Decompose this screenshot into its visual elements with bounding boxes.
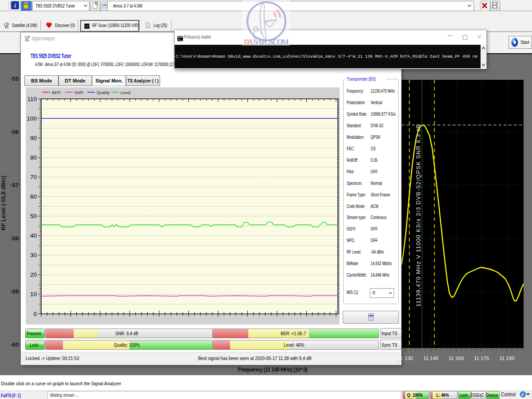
svg-text:11 145: 11 145 — [423, 356, 438, 361]
svg-text:Frequency (11 140 MHz) (10^3): Frequency (11 140 MHz) (10^3) — [238, 367, 308, 373]
svg-text:DX: DX — [244, 38, 254, 46]
svg-text:RF Level (-55,8 dBm): RF Level (-55,8 dBm) — [0, 176, 7, 231]
svg-text:SATCS.COM: SATCS.COM — [254, 38, 289, 46]
svg-text:90: 90 — [30, 135, 37, 141]
svg-text:-59: -59 — [10, 288, 19, 295]
svg-text:70: 70 — [30, 174, 37, 180]
svg-text:SNR: SNR — [74, 90, 83, 95]
svg-text:-55: -55 — [10, 75, 19, 82]
svg-text:100: 100 — [27, 115, 37, 122]
svg-text:-60: -60 — [10, 341, 19, 348]
svg-text:11 160: 11 160 — [449, 356, 464, 361]
svg-text:60: 60 — [30, 193, 37, 200]
svg-text:11 190: 11 190 — [499, 356, 514, 361]
svg-text:80: 80 — [30, 154, 37, 161]
svg-text:110: 110 — [27, 96, 37, 102]
svg-text:20: 20 — [30, 271, 37, 278]
svg-text:11139,470 MHz V 11000 KS/s 2/3: 11139,470 MHz V 11000 KS/s 2/3 DVB-S2/QP… — [415, 124, 422, 307]
svg-text:BER: BER — [52, 90, 61, 95]
svg-text:10: 10 — [30, 291, 37, 297]
svg-text:Level: Level — [121, 90, 131, 95]
svg-text:-56: -56 — [10, 129, 19, 135]
svg-text:30: 30 — [30, 252, 37, 258]
svg-text:-58: -58 — [10, 235, 19, 242]
svg-text:50: 50 — [30, 213, 37, 219]
svg-text:-57: -57 — [10, 182, 19, 188]
svg-text:Quality: Quality — [97, 90, 110, 95]
svg-text:11 175: 11 175 — [474, 356, 489, 361]
svg-text:0: 0 — [33, 311, 37, 317]
svg-text:40: 40 — [30, 232, 37, 239]
